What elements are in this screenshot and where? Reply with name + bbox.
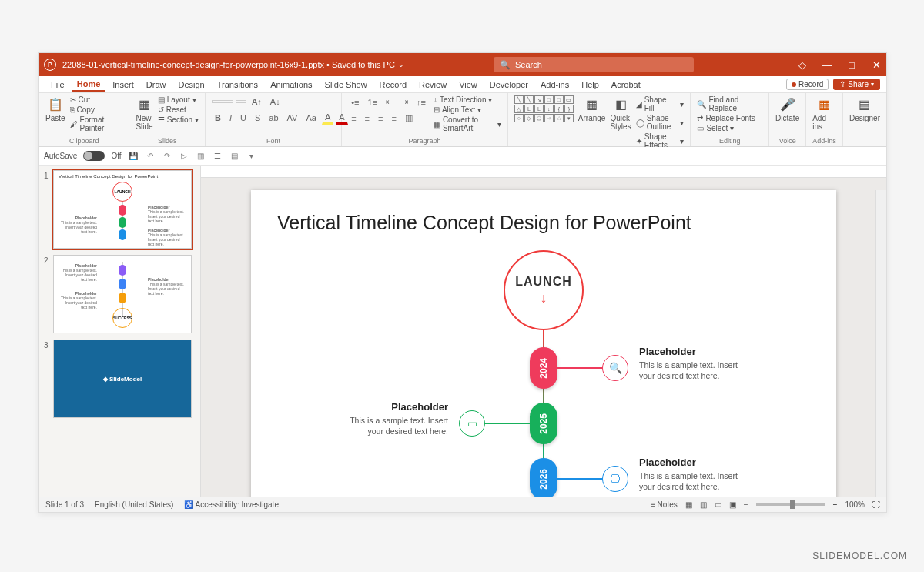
case-button[interactable]: Aa <box>303 112 319 124</box>
qat-icon[interactable]: ▥ <box>196 151 206 162</box>
indent-dec-button[interactable]: ⇤ <box>383 95 396 109</box>
sorter-view-icon[interactable]: ▥ <box>700 500 707 509</box>
placeholder-body[interactable]: This is a sample text. Insert your desir… <box>639 360 755 381</box>
maximize-button[interactable]: □ <box>846 59 857 70</box>
shapes-gallery[interactable]: ╲╲↘□□▭ △LL↓{} ○◇⬠⇨☆▾ <box>514 95 574 122</box>
horizontal-ruler[interactable] <box>201 166 886 178</box>
zoom-level[interactable]: 100% <box>845 500 865 509</box>
slide-thumbnail-1[interactable]: Vertical Timeline Concept Design for Pow… <box>53 170 192 249</box>
record-button[interactable]: Record <box>786 79 829 90</box>
align-right-button[interactable]: ≡ <box>375 112 386 125</box>
fit-to-window-icon[interactable]: ⛶ <box>872 500 880 509</box>
save-icon[interactable]: 💾 <box>128 151 139 162</box>
year-pill-2026[interactable]: 2026 <box>530 458 557 497</box>
presentation-icon[interactable]: ▭ <box>459 410 485 437</box>
reading-view-icon[interactable]: ▭ <box>715 500 721 509</box>
placeholder-body[interactable]: This is a sample text. Insert your desir… <box>639 470 755 492</box>
line-spacing-button[interactable]: ↕≡ <box>413 96 429 109</box>
convert-smartart-button[interactable]: ▦ Convert to SmartArt ▾ <box>434 115 501 132</box>
dictate-button[interactable]: 🎤Dictate <box>775 95 799 122</box>
font-size-select[interactable] <box>236 100 246 103</box>
shadow-button[interactable]: ab <box>266 112 281 124</box>
tab-draw[interactable]: Draw <box>141 79 172 91</box>
tab-record[interactable]: Record <box>374 79 412 91</box>
tab-design[interactable]: Design <box>172 79 209 91</box>
tab-slideshow[interactable]: Slide Show <box>320 79 373 91</box>
text-direction-button[interactable]: ↕ Text Direction ▾ <box>434 95 501 104</box>
copy-button[interactable]: ⎘ Copy <box>70 105 123 114</box>
qat-more-icon[interactable]: ▾ <box>246 151 257 162</box>
ribbon-display-icon[interactable]: ◇ <box>797 59 808 70</box>
normal-view-icon[interactable]: ▦ <box>685 500 692 509</box>
cut-button[interactable]: ✂ Cut <box>70 95 123 104</box>
slide-counter[interactable]: Slide 1 of 3 <box>45 500 84 509</box>
slide-canvas[interactable]: Vertical Timeline Concept Design for Pow… <box>251 190 836 497</box>
layout-button[interactable]: ▤ Layout ▾ <box>158 95 199 104</box>
search-input[interactable]: 🔍 Search <box>494 57 694 72</box>
notes-button[interactable]: ≡ Notes <box>651 500 678 509</box>
slideshow-view-icon[interactable]: ▣ <box>729 500 736 509</box>
chevron-down-icon[interactable]: ⌄ <box>398 61 404 69</box>
paste-button[interactable]: 📋Paste <box>45 95 65 122</box>
monitor-icon[interactable]: 🖵 <box>602 466 628 492</box>
launch-circle[interactable]: LAUNCH ↓ <box>504 250 584 330</box>
strike-button[interactable]: S <box>252 112 263 124</box>
increase-font-button[interactable]: A↑ <box>249 95 265 108</box>
zoom-in-button[interactable]: + <box>833 500 838 509</box>
share-button[interactable]: ⇪Share▾ <box>833 79 880 90</box>
year-pill-2024[interactable]: 2024 <box>530 347 557 389</box>
slide-thumbnail-2[interactable]: SUCCESS PlaceholderThis is a sample text… <box>53 255 192 333</box>
spacing-button[interactable]: AV <box>284 112 301 124</box>
tab-transitions[interactable]: Transitions <box>212 79 263 91</box>
slide-thumbnail-3[interactable]: ◆ SlideModel <box>53 340 192 418</box>
tab-view[interactable]: View <box>454 79 483 91</box>
justify-button[interactable]: ≡ <box>388 112 399 125</box>
tab-insert[interactable]: Insert <box>107 79 139 91</box>
align-center-button[interactable]: ≡ <box>362 112 373 125</box>
redo-icon[interactable]: ↷ <box>162 151 172 162</box>
numbering-button[interactable]: 1≡ <box>364 96 380 109</box>
tab-help[interactable]: Help <box>576 79 604 91</box>
addins-button[interactable]: ▦Add-ins <box>812 95 836 131</box>
find-button[interactable]: 🔍 Find and Replace <box>697 95 762 112</box>
zoom-slider[interactable] <box>756 503 825 506</box>
quick-styles-button[interactable]: ◧Quick Styles <box>610 95 631 131</box>
arrange-button[interactable]: ▦Arrange <box>578 95 606 122</box>
decrease-font-button[interactable]: A↓ <box>267 95 283 108</box>
placeholder-body[interactable]: This is a sample text. Insert your desir… <box>333 415 448 437</box>
tab-acrobat[interactable]: Acrobat <box>606 79 646 91</box>
document-title[interactable]: 22088-01-vertical-timeline-concept-desig… <box>62 60 395 69</box>
slide-title[interactable]: Vertical Timeline Concept Design for Pow… <box>277 212 691 234</box>
reset-button[interactable]: ↺ Reset <box>158 105 199 114</box>
align-text-button[interactable]: ⊟ Align Text ▾ <box>434 105 501 114</box>
vertical-scrollbar[interactable] <box>875 190 886 497</box>
tab-addins[interactable]: Add-ins <box>535 79 574 91</box>
tab-developer[interactable]: Developer <box>484 79 534 91</box>
align-left-button[interactable]: ≡ <box>348 112 359 125</box>
slideshow-icon[interactable]: ▷ <box>179 151 189 162</box>
placeholder-title[interactable]: Placeholder <box>391 401 448 413</box>
font-family-select[interactable] <box>212 100 233 103</box>
indent-inc-button[interactable]: ⇥ <box>398 95 411 109</box>
placeholder-title[interactable]: Placeholder <box>639 457 696 468</box>
minimize-button[interactable]: — <box>822 59 832 70</box>
bullets-button[interactable]: •≡ <box>348 96 362 109</box>
zoom-out-button[interactable]: − <box>744 500 748 509</box>
placeholder-title[interactable]: Placeholder <box>639 346 696 357</box>
select-button[interactable]: ▭ Select ▾ <box>697 124 762 132</box>
italic-button[interactable]: I <box>226 112 235 124</box>
tab-home[interactable]: Home <box>72 78 106 92</box>
undo-icon[interactable]: ↶ <box>145 151 156 162</box>
format-painter-button[interactable]: 🖌 Format Painter <box>70 115 123 132</box>
accessibility-status[interactable]: ♿ Accessibility: Investigate <box>184 500 279 509</box>
tab-animations[interactable]: Animations <box>265 79 317 91</box>
new-slide-button[interactable]: ▦New Slide <box>136 95 152 131</box>
replace-button[interactable]: ⇄ Replace Fonts <box>697 114 762 122</box>
tab-file[interactable]: File <box>45 79 70 91</box>
underline-button[interactable]: U <box>237 112 249 124</box>
qat-icon[interactable]: ☰ <box>213 151 223 162</box>
section-button[interactable]: ☰ Section ▾ <box>158 115 199 124</box>
language-status[interactable]: English (United States) <box>95 500 173 509</box>
bold-button[interactable]: B <box>212 112 224 124</box>
shape-outline-button[interactable]: ◯ Shape Outline ▾ <box>636 114 685 131</box>
